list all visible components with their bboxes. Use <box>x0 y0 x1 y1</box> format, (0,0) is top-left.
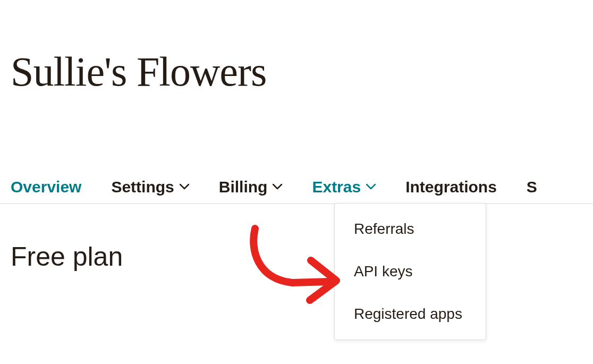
plan-label: Free plan <box>0 204 593 272</box>
nav-item-overview[interactable]: Overview <box>11 178 81 196</box>
nav-item-billing[interactable]: Billing <box>219 178 283 196</box>
nav-label: S <box>527 178 537 196</box>
chevron-down-icon <box>273 182 282 192</box>
page-title: Sullie's Flowers <box>0 0 593 96</box>
nav-item-extras[interactable]: Extras <box>312 178 376 196</box>
nav-label: Billing <box>219 178 268 196</box>
nav-item-integrations[interactable]: Integrations <box>405 178 497 196</box>
chevron-down-icon <box>180 182 189 192</box>
chevron-down-icon <box>366 182 376 192</box>
nav-label: Extras <box>312 178 361 196</box>
nav-item-settings[interactable]: Settings <box>111 178 189 196</box>
dropdown-item-referrals[interactable]: Referrals <box>335 208 486 250</box>
extras-dropdown-menu: Referrals API keys Registered apps <box>334 203 486 340</box>
nav-item-truncated[interactable]: S <box>527 178 537 196</box>
dropdown-item-registered-apps[interactable]: Registered apps <box>335 293 486 335</box>
dropdown-item-api-keys[interactable]: API keys <box>335 250 486 293</box>
nav-label: Integrations <box>405 178 497 196</box>
nav-label: Overview <box>11 178 81 196</box>
navigation-bar: Overview Settings Billing Extras Integra… <box>0 170 593 204</box>
nav-label: Settings <box>111 178 174 196</box>
